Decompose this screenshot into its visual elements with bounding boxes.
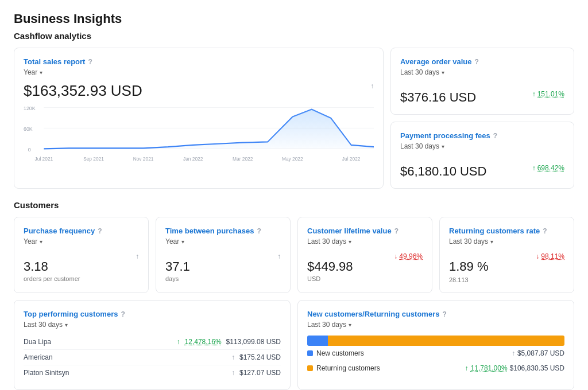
top-customers-period[interactable]: Last 30 days ▾	[24, 321, 281, 329]
avg-order-period-selector[interactable]: Last 30 days ▾	[400, 68, 564, 76]
returning-customers-legend: Returning customers	[307, 364, 380, 372]
list-item: Returning customers ↑ 11,781.00% $106,83…	[307, 361, 564, 376]
customer-arrow-icon: ↑	[177, 338, 180, 346]
avg-order-help-icon[interactable]: ?	[475, 58, 479, 66]
customer-amount: $175.24 USD	[239, 353, 281, 361]
payment-fees-chevron-icon: ▾	[442, 143, 444, 150]
lifetime-value-change: 49.96%	[399, 252, 423, 260]
payment-fees-up-icon: ↑	[532, 164, 536, 172]
returning-customers-up-icon: ↑	[465, 364, 469, 372]
total-sales-chart: 120K 60K 0 Jul 2021 Sep 2021 Nov 2021 Ja…	[24, 104, 374, 173]
new-returning-period[interactable]: Last 30 days ▾	[307, 321, 564, 329]
payment-fees-title: Payment processing fees ?	[400, 131, 564, 140]
returning-rate-additional: 28.113	[449, 276, 489, 283]
total-sales-value: $163,352.93 USD	[24, 82, 142, 100]
customer-amounts: ↑ 12,478.16% $113,099.08 USD	[177, 338, 281, 346]
top-customers-list: Dua Lipa ↑ 12,478.16% $113,099.08 USD Am…	[24, 334, 281, 380]
returning-rate-title: Returning customers rate ?	[449, 227, 564, 235]
stacked-bar	[307, 336, 564, 346]
new-customers-bar	[307, 336, 328, 346]
customer-name: Platon Sinitsyn	[24, 369, 69, 377]
returning-rate-help-icon[interactable]: ?	[543, 227, 547, 235]
customers-section-title: Customers	[14, 200, 574, 210]
purchase-freq-trend-icon: ↑	[136, 252, 139, 260]
time-between-sub: days	[165, 275, 190, 282]
returning-rate-period[interactable]: Last 30 days ▾	[449, 237, 564, 245]
payment-fees-card: Payment processing fees ? Last 30 days ▾…	[390, 122, 574, 189]
customer-arrow-icon: ↑	[231, 353, 235, 361]
customer-name: Dua Lipa	[24, 338, 51, 346]
lifetime-value-help-icon[interactable]: ?	[394, 227, 399, 235]
purchase-freq-card: Purchase frequency ? Year ▾ 3.18 orders …	[14, 217, 149, 293]
svg-text:Jul 2021: Jul 2021	[35, 156, 53, 162]
new-returning-help-icon[interactable]: ?	[442, 310, 446, 318]
returning-rate-change: 98.11%	[541, 252, 564, 260]
svg-text:60K: 60K	[24, 126, 33, 132]
avg-order-value: $376.16 USD	[400, 90, 476, 105]
payment-fees-value: $6,180.10 USD	[400, 164, 486, 179]
time-between-value: 37.1	[165, 259, 190, 274]
payment-fees-period-selector[interactable]: Last 30 days ▾	[400, 142, 564, 150]
customer-change: 12,478.16%	[185, 338, 222, 346]
customer-amounts: ↑ $127.07 USD	[231, 369, 281, 377]
top-customers-help-icon[interactable]: ?	[121, 310, 125, 318]
new-returning-title: New customers/Returning customers ?	[307, 310, 564, 318]
lifetime-value-value: $449.98	[307, 259, 353, 274]
svg-text:0: 0	[28, 146, 31, 153]
returning-customers-amount: $106,830.35 USD	[510, 364, 564, 372]
svg-text:Sep 2021: Sep 2021	[83, 156, 104, 162]
svg-text:120K: 120K	[24, 105, 36, 111]
lifetime-value-title: Customer lifetime value ?	[307, 227, 423, 235]
lifetime-value-sub: USD	[307, 275, 353, 282]
avg-order-chevron-icon: ▾	[442, 69, 444, 76]
lifetime-value-value-row: $449.98 USD ↓ 49.96%	[307, 252, 423, 282]
top-customers-card: Top performing customers ? Last 30 days …	[14, 300, 291, 390]
customer-arrow-icon: ↑	[231, 369, 235, 377]
svg-text:Nov 2021: Nov 2021	[133, 156, 154, 162]
avg-order-value-row: $376.16 USD ↑ 151.01%	[400, 83, 564, 105]
time-between-value-row: 37.1 days ↑	[165, 252, 281, 282]
total-sales-help-icon[interactable]: ?	[88, 58, 92, 66]
time-between-period[interactable]: Year ▾	[165, 237, 281, 245]
svg-text:May 2022: May 2022	[282, 156, 303, 162]
svg-text:Jul 2022: Jul 2022	[342, 156, 361, 162]
new-returning-chevron-icon: ▾	[349, 322, 351, 328]
payment-fees-value-row: $6,180.10 USD ↑ 698.42%	[400, 157, 564, 179]
payment-fees-help-icon[interactable]: ?	[493, 132, 497, 140]
new-customers-amount: $5,087.87 USD	[517, 349, 564, 357]
purchase-freq-help-icon[interactable]: ?	[98, 227, 102, 235]
time-between-help-icon[interactable]: ?	[257, 227, 261, 235]
avg-order-up-icon: ↑	[532, 90, 536, 98]
right-column: Average order value ? Last 30 days ▾ $37…	[390, 48, 574, 189]
new-customers-trend-icon: ↑	[512, 349, 515, 357]
purchase-freq-period[interactable]: Year ▾	[24, 237, 139, 245]
returning-rate-chevron-icon: ▾	[490, 239, 493, 245]
purchase-freq-value-row: 3.18 orders per customer ↑	[24, 252, 139, 282]
total-sales-chevron-icon: ▾	[40, 69, 42, 76]
avg-order-title: Average order value ?	[400, 57, 564, 66]
time-between-chevron-icon: ▾	[181, 239, 184, 245]
time-between-trend-icon: ↑	[277, 252, 281, 260]
payment-fees-change: 698.42%	[537, 164, 564, 172]
bottom-grid: Top performing customers ? Last 30 days …	[14, 300, 574, 390]
returning-rate-value: 1.89 %	[449, 259, 489, 274]
lifetime-value-period[interactable]: Last 30 days ▾	[307, 237, 423, 245]
top-customers-title: Top performing customers ?	[24, 310, 281, 318]
page-title: Business Insights	[14, 11, 574, 26]
total-sales-card: Total sales report ? Year ▾ $163,352.93 …	[14, 48, 384, 189]
svg-text:Jan 2022: Jan 2022	[183, 156, 203, 162]
time-between-title: Time between purchases ?	[165, 227, 281, 235]
table-row: American ↑ $175.24 USD	[24, 350, 281, 365]
customer-amounts: ↑ $175.24 USD	[231, 353, 281, 361]
total-sales-period-selector[interactable]: Year ▾	[24, 68, 374, 76]
avg-order-change: 151.01%	[537, 90, 564, 98]
purchase-freq-sub: orders per customer	[24, 275, 80, 282]
customer-metrics-grid: Purchase frequency ? Year ▾ 3.18 orders …	[14, 217, 574, 293]
new-customers-amount-row: ↑ $5,087.87 USD	[512, 349, 564, 357]
returning-rate-card: Returning customers rate ? Last 30 days …	[439, 217, 574, 293]
customer-amount: $113,099.08 USD	[226, 338, 281, 346]
lifetime-value-down-icon: ↓	[394, 252, 397, 260]
returning-customers-amount-row: ↑ 11,781.00% $106,830.35 USD	[465, 364, 564, 372]
returning-customers-dot-icon	[307, 365, 313, 371]
new-customers-legend: New customers	[307, 349, 364, 357]
